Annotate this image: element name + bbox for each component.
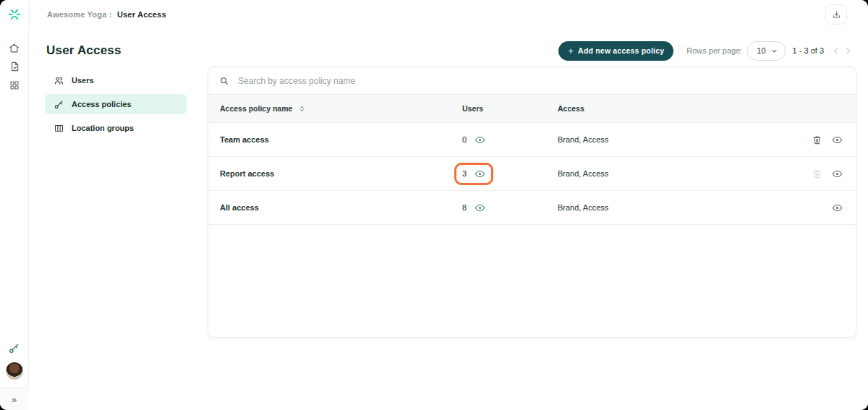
sidebar-item-location-groups[interactable]: Location groups [45,119,187,137]
table-row: Report access 3 Brand, Access [208,157,856,191]
column-header-users: Users [462,104,558,113]
access-scopes: Brand, Access [558,169,786,178]
rows-per-page-value: 10 [757,46,765,55]
apps-nav-button[interactable] [5,76,24,95]
toolbar-divider [678,43,679,58]
content-area: Users Access policies Location groups [29,67,868,338]
key-icon [8,342,20,354]
view-users-eye-icon[interactable] [475,202,485,213]
left-rail: » [0,29,29,410]
policy-name: Report access [208,169,462,178]
users-count: 3 [462,169,467,178]
column-header-access-policy-name: Access policy name [208,104,462,113]
plus-icon: + [568,46,574,56]
key-icon [54,99,64,110]
row-actions [786,202,856,213]
rail-expand-button[interactable]: » [0,388,29,410]
download-button[interactable] [825,4,847,25]
view-icon[interactable] [832,168,843,179]
home-icon [8,42,20,54]
sidebar-item-users[interactable]: Users [45,71,187,90]
pagination-range: 1 - 3 of 3 [793,46,824,55]
user-avatar[interactable] [6,362,23,380]
secondary-sidebar: Users Access policies Location groups [45,67,187,142]
chevron-down-icon [770,47,778,55]
rows-per-page-label: Rows per page: [686,46,742,55]
breadcrumb-prefix: Awesome Yoga : [47,10,112,19]
table-row: Team access 0 Brand, Access [208,123,856,157]
access-scopes: Brand, Access [558,203,786,212]
double-chevron-icon: » [12,394,17,405]
chevron-left-icon [831,46,841,56]
policy-name: All access [208,203,462,212]
previous-page-button[interactable] [830,45,842,57]
download-icon [831,9,842,20]
sidebar-item-label: Location groups [72,124,134,132]
users-cell: 3 [462,168,558,179]
search-icon [219,76,229,86]
users-cell: 0 [462,134,558,145]
reports-nav-button[interactable] [5,57,24,76]
app-logo [0,0,30,29]
add-button-label: Add new access policy [578,46,664,55]
users-count: 0 [462,135,467,144]
toolbar: + Add new access policy Rows per page: 1… [558,41,854,61]
column-header-access: Access [558,104,786,113]
delete-icon-disabled [812,168,822,179]
home-nav-button[interactable] [5,38,24,57]
search-bar [208,67,856,95]
access-nav-button[interactable] [5,338,24,357]
map-icon [54,123,64,134]
add-access-policy-button[interactable]: + Add new access policy [558,41,673,61]
breadcrumb: Awesome Yoga : User Access [47,10,166,19]
sidebar-item-access-policies[interactable]: Access policies [45,94,187,114]
view-icon[interactable] [832,134,843,145]
access-policies-table-card: Access policy name Users Access Team acc… [208,67,856,338]
sparkle-logo-icon [7,7,22,22]
sort-icon[interactable] [298,105,306,113]
chevron-right-icon [843,46,853,56]
table-header-row: Access policy name Users Access [208,95,856,123]
sidebar-item-label: Users [72,76,94,85]
search-input[interactable] [237,75,845,87]
rows-per-page-select[interactable]: 10 [747,41,785,61]
page-header: User Access + Add new access policy Rows… [29,39,868,62]
users-icon [54,75,64,86]
sidebar-item-label: Access policies [72,100,132,108]
delete-icon[interactable] [812,134,822,145]
page-title: User Access [46,43,122,58]
row-actions [786,168,856,179]
document-icon [9,61,20,72]
users-cell: 8 [462,202,558,213]
next-page-button[interactable] [842,45,854,57]
view-users-eye-icon[interactable] [475,134,485,145]
grid-icon [9,80,20,91]
annotation-highlight: 3 [454,163,493,185]
users-count: 8 [462,203,467,212]
access-scopes: Brand, Access [558,135,786,144]
app-window: Awesome Yoga : User Access [0,0,868,410]
row-actions [786,134,856,145]
table-row: All access 8 Brand, Access [208,191,856,225]
breadcrumb-current: User Access [117,10,166,19]
top-bar: Awesome Yoga : User Access [0,0,868,30]
view-icon[interactable] [832,202,843,213]
main-area: User Access + Add new access policy Rows… [29,29,868,410]
policy-name: Team access [208,135,462,144]
view-users-eye-icon[interactable] [475,168,485,179]
